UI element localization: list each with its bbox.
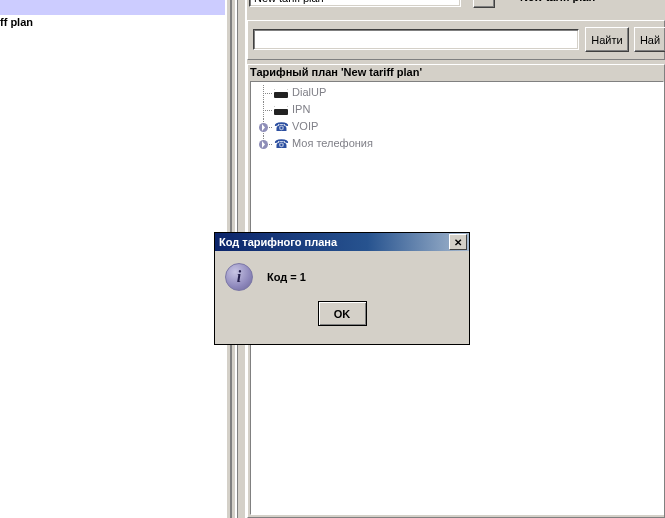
dialog-titlebar[interactable]: Код тарифного плана ✕ — [215, 233, 469, 251]
square-toggle-button[interactable] — [473, 0, 495, 8]
phone-icon: ☎ — [274, 121, 288, 133]
left-selected-highlight — [0, 0, 225, 15]
search-panel: Найти Най — [247, 20, 665, 60]
tariff-name-label: New tarifi plan — [520, 0, 665, 3]
left-tree-panel: ff plan — [0, 0, 225, 518]
find-next-button[interactable]: Най — [634, 27, 665, 52]
tree-node-my-telephony[interactable]: ☎ Моя телефония — [251, 136, 663, 153]
tree-node-voip[interactable]: ☎ VOIP — [251, 119, 663, 136]
tariff-name-input[interactable] — [249, 0, 461, 7]
card-icon — [274, 104, 288, 116]
dialog-button-row: OK — [215, 297, 469, 326]
tariff-code-dialog: Код тарифного плана ✕ i Код = 1 OK — [214, 232, 470, 345]
search-input[interactable] — [253, 29, 579, 50]
tree-title: Тарифный план 'New tariff plan' — [250, 66, 422, 78]
info-icon: i — [225, 263, 253, 291]
tree-node-label: Моя телефония — [292, 137, 373, 149]
tree-node-label: IPN — [292, 103, 310, 115]
expand-icon[interactable] — [259, 140, 268, 149]
phone-icon: ☎ — [274, 138, 288, 150]
dialog-message: Код = 1 — [267, 271, 306, 283]
left-tree-item-truncated[interactable]: ff plan — [0, 16, 33, 28]
card-icon — [274, 87, 288, 99]
dialog-body: i Код = 1 — [215, 251, 469, 297]
tree-node-label: VOIP — [292, 120, 318, 132]
tree-node-dialup[interactable]: DialUP — [251, 85, 663, 102]
close-icon[interactable]: ✕ — [449, 234, 467, 250]
expand-icon[interactable] — [259, 123, 268, 132]
ok-button[interactable]: OK — [318, 301, 367, 326]
dialog-title: Код тарифного плана — [217, 236, 337, 248]
tree-node-label: DialUP — [292, 86, 326, 98]
tree-node-ipn[interactable]: IPN — [251, 102, 663, 119]
find-button[interactable]: Найти — [585, 27, 629, 52]
